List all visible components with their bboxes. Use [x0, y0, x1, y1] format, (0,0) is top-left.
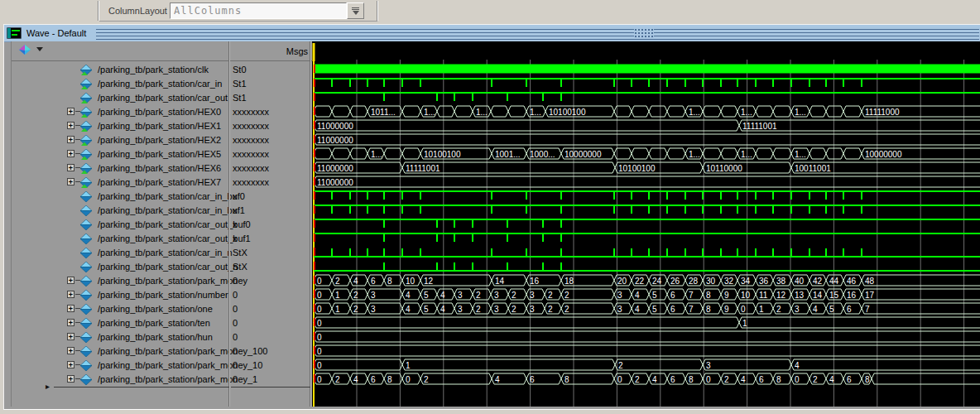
port-icon — [80, 106, 92, 117]
svg-text:1: 1 — [759, 305, 764, 314]
svg-text:4: 4 — [495, 375, 500, 384]
svg-text:8: 8 — [689, 375, 694, 384]
signal-row-HEX0[interactable]: +/parking_tb/park_station/HEX0xxxxxxxx — [12, 104, 310, 118]
signal-row-car_out_buf1[interactable]: /parking_tb/park_station/car_out_buf1x — [12, 231, 310, 245]
signal-icon — [80, 247, 92, 258]
signal-row-park_money[interactable]: +/parking_tb/park_station/park_money0 — [12, 273, 310, 287]
signal-row-ten[interactable]: +/parking_tb/park_station/ten0 — [12, 315, 310, 330]
expand-button[interactable]: + — [67, 136, 74, 143]
svg-text:2: 2 — [512, 291, 516, 300]
signal-icon — [80, 374, 92, 385]
expand-button[interactable]: + — [67, 305, 74, 312]
toolbar-separator — [377, 1, 378, 21]
signal-row-car_out_buf0[interactable]: /parking_tb/park_station/car_out_buf0x — [12, 217, 310, 231]
combobox-dropdown-button[interactable] — [347, 2, 364, 19]
svg-text:0: 0 — [706, 375, 711, 384]
signal-row-car_in_n[interactable]: /parking_tb/park_station/car_in_nStX — [12, 245, 310, 259]
signal-value: 0 — [233, 332, 238, 342]
expand-button[interactable]: + — [67, 319, 74, 326]
signal-filter-icon[interactable] — [18, 45, 31, 56]
expand-button[interactable]: + — [67, 277, 74, 284]
signal-name: /parking_tb/park_station/car_out_buf0 — [98, 219, 251, 229]
svg-text:4: 4 — [406, 305, 411, 314]
signal-row-HEX1[interactable]: +/parking_tb/park_station/HEX1xxxxxxxx — [12, 118, 310, 132]
titlebar-grip-handle[interactable] — [634, 28, 654, 39]
svg-text:30: 30 — [706, 277, 716, 286]
svg-text:11000000: 11000000 — [317, 122, 353, 131]
svg-text:16: 16 — [847, 291, 857, 300]
signal-name: /parking_tb/park_station/HEX6 — [98, 163, 221, 173]
svg-text:5: 5 — [652, 291, 657, 300]
svg-text:2: 2 — [476, 305, 481, 314]
expand-button[interactable]: + — [67, 333, 74, 340]
expand-button[interactable]: + — [67, 291, 74, 298]
port-signal-icon — [80, 93, 92, 104]
signal-row-HEX7[interactable]: +/parking_tb/park_station/HEX7xxxxxxxx — [12, 175, 310, 189]
expand-button[interactable]: + — [67, 164, 74, 171]
expand-button[interactable]: + — [67, 347, 74, 354]
svg-text:12: 12 — [776, 291, 786, 300]
signal-row-car_out_n[interactable]: /parking_tb/park_station/car_out_nStX — [12, 259, 310, 273]
signal-row-park_money_100[interactable]: +/parking_tb/park_station/park_money_100… — [12, 344, 310, 358]
signal-icon — [80, 261, 92, 272]
svg-text:11000000: 11000000 — [317, 178, 353, 187]
signal-row-clk[interactable]: /parking_tb/park_station/clkSt0 — [12, 62, 310, 76]
signal-row-park_money_10[interactable]: +/parking_tb/park_station/park_money_100 — [12, 358, 310, 372]
svg-text:4: 4 — [652, 375, 657, 384]
svg-text:2: 2 — [564, 291, 569, 300]
svg-text:3: 3 — [371, 305, 376, 314]
expand-button[interactable]: + — [67, 375, 74, 383]
column-layout-combobox[interactable]: AllColumns — [170, 2, 347, 19]
wave-titlebar[interactable]: Wave - Default — [4, 25, 980, 42]
expand-button[interactable]: + — [67, 361, 74, 368]
signal-row-car_in_buf0[interactable]: /parking_tb/park_station/car_in_buf0x — [12, 189, 310, 203]
signal-row-HEX2[interactable]: +/parking_tb/park_station/HEX2xxxxxxxx — [12, 132, 310, 147]
signal-row-car_out[interactable]: /parking_tb/park_station/car_outSt1 — [12, 90, 310, 104]
signal-row-one[interactable]: +/parking_tb/park_station/one0 — [12, 301, 310, 315]
signal-row-park_money_1[interactable]: +/parking_tb/park_station/park_money_10 — [12, 372, 310, 386]
svg-text:0: 0 — [317, 319, 322, 328]
signal-row-hun[interactable]: +/parking_tb/park_station/hun0 — [12, 330, 310, 344]
port-icon — [80, 134, 92, 145]
port-signal-icon — [80, 177, 92, 188]
signal-row-car_in[interactable]: /parking_tb/park_station/car_inSt1 — [12, 76, 310, 90]
svg-text:40: 40 — [795, 277, 805, 286]
signal-name: /parking_tb/park_station/car_in — [98, 79, 222, 89]
signal-icon — [80, 289, 92, 300]
cursor-handle[interactable] — [313, 43, 315, 61]
svg-text:1...: 1... — [795, 150, 806, 159]
expand-button[interactable]: + — [67, 122, 74, 129]
svg-text:14: 14 — [495, 277, 505, 286]
signal-icon — [80, 190, 92, 201]
signal-name: /parking_tb/park_station/HEX7 — [98, 177, 221, 187]
signal-icon — [80, 359, 92, 370]
port-signal-icon — [80, 135, 92, 146]
svg-text:24: 24 — [652, 277, 662, 286]
column-layout-value: AllColumns — [171, 3, 346, 17]
svg-text:3: 3 — [371, 291, 376, 300]
signal-name: /parking_tb/park_station/car_in_buf1 — [98, 205, 245, 215]
expand-button[interactable]: + — [67, 150, 74, 157]
svg-text:2: 2 — [476, 291, 481, 300]
port-signal-icon — [80, 65, 92, 75]
svg-text:2: 2 — [724, 375, 729, 384]
names-values-splitter[interactable] — [228, 41, 230, 407]
signal-row-car_in_buf1[interactable]: /parking_tb/park_station/car_in_buf1x — [12, 203, 310, 217]
signal-name: /parking_tb/park_station/car_out — [98, 93, 228, 103]
waveform-canvas[interactable]: 1011...1...1...1...101001001...1...1...1… — [312, 41, 980, 407]
svg-text:22: 22 — [635, 277, 645, 286]
header-dropdown-arrow-icon[interactable] — [36, 47, 43, 51]
expand-button[interactable]: + — [67, 178, 74, 185]
wave-window-icon — [7, 27, 22, 39]
signal-name: /parking_tb/park_station/hun — [98, 332, 213, 342]
svg-text:42: 42 — [813, 277, 823, 286]
signal-row-number[interactable]: +/parking_tb/park_station/number0 — [12, 287, 310, 301]
expand-button[interactable]: + — [67, 108, 74, 115]
svg-text:7: 7 — [689, 305, 694, 314]
svg-text:8: 8 — [706, 291, 711, 300]
values-wave-splitter[interactable] — [310, 41, 311, 407]
signal-row-HEX5[interactable]: +/parking_tb/park_station/HEX5xxxxxxxx — [12, 147, 310, 161]
svg-text:6: 6 — [371, 375, 376, 384]
signal-row-HEX6[interactable]: +/parking_tb/park_station/HEX6xxxxxxxx — [12, 161, 310, 175]
signal-value: xxxxxxxx — [233, 135, 269, 145]
